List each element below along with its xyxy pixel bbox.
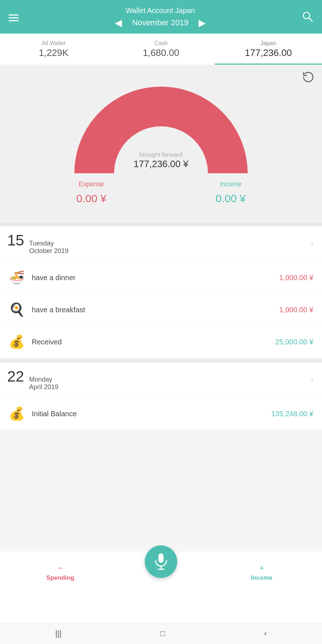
chart-area: brought forward 177,236.00 ¥ Expense 0.0…	[0, 65, 322, 223]
transaction-row[interactable]: 🍜 have a dinner 1,000.00 ¥	[0, 262, 322, 294]
initial-balance-amount: 135,248.00 ¥	[271, 410, 313, 418]
date-left-apr22: 22 Monday April 2019	[7, 369, 58, 391]
spending-icon: −	[58, 564, 63, 573]
voice-input-button[interactable]	[145, 545, 177, 578]
date-left-oct15: 15 Tuesday October 2019	[7, 233, 69, 255]
income-button[interactable]: + Income	[240, 564, 283, 582]
microphone-icon	[154, 553, 168, 571]
search-button[interactable]	[300, 9, 315, 26]
transaction-row[interactable]: 🍳 have a breakfast 1,000.00 ¥	[0, 294, 322, 326]
hamburger-line-2	[9, 17, 19, 18]
breakfast-amount: 1,000.00 ¥	[279, 306, 313, 314]
tab-japan-label: Japan	[218, 40, 319, 47]
date-info-apr22: Monday April 2019	[29, 376, 58, 391]
date-group-oct15: 15 Tuesday October 2019 › 🍜 have a dinne…	[0, 226, 322, 358]
hamburger-line-1	[9, 14, 19, 16]
tab-japan[interactable]: Japan 177,236.00	[215, 34, 322, 65]
expense-value: 0.00 ¥	[76, 192, 106, 205]
date-group-apr22: 22 Monday April 2019 › 💰 Initial Balance…	[0, 362, 322, 430]
initial-balance-name: Initial Balance	[32, 410, 271, 418]
spending-button[interactable]: − Spending	[39, 564, 82, 582]
brought-forward-label: brought forward	[134, 151, 188, 158]
chevron-right-apr22: ›	[311, 375, 313, 385]
tab-japan-value: 177,236.00	[218, 47, 319, 58]
wallet-title: Wallet Account Japan	[20, 6, 300, 15]
expense-income-summary: Expense 0.00 ¥ Income 0.00 ¥	[7, 173, 315, 212]
current-month: November 2019	[132, 18, 189, 27]
expense-summary: Expense 0.00 ¥	[76, 180, 106, 205]
date-info-oct15: Tuesday October 2019	[29, 240, 69, 255]
tab-all-wallet-label: All Wallet	[3, 40, 104, 47]
date-header-apr22[interactable]: 22 Monday April 2019 ›	[0, 362, 322, 398]
hamburger-line-3	[9, 20, 19, 21]
received-amount: 25,000.00 ¥	[275, 338, 313, 346]
android-back-button[interactable]: ‹	[264, 629, 267, 638]
date-weekday-oct15: Tuesday	[29, 240, 69, 247]
received-icon: 💰	[7, 332, 26, 351]
svg-line-1	[309, 18, 312, 21]
transactions-list: 15 Tuesday October 2019 › 🍜 have a dinne…	[0, 226, 322, 496]
income-nav-icon: +	[260, 564, 264, 573]
section-divider-1	[0, 223, 322, 226]
hamburger-button[interactable]	[7, 13, 20, 23]
app-header: Wallet Account Japan ◀ November 2019 ▶	[0, 0, 322, 34]
expense-label: Expense	[76, 180, 106, 188]
chevron-right-oct15: ›	[311, 239, 313, 249]
breakfast-name: have a breakfast	[32, 306, 279, 314]
svg-rect-2	[158, 553, 164, 563]
received-name: Received	[32, 338, 275, 346]
initial-balance-icon: 💰	[7, 404, 26, 423]
brought-forward-value: 177,236.00 ¥	[134, 158, 188, 170]
transaction-row[interactable]: 💰 Received 25,000.00 ¥	[0, 326, 322, 358]
section-divider-2	[0, 359, 322, 362]
date-header-oct15[interactable]: 15 Tuesday October 2019 ›	[0, 226, 322, 262]
tab-cash[interactable]: Cash 1,680.00	[107, 34, 214, 65]
bottom-nav-items: − Spending + Income	[0, 551, 322, 594]
income-value: 0.00 ¥	[216, 192, 245, 205]
date-day-15: 15	[7, 233, 24, 248]
android-home-button[interactable]: □	[160, 629, 165, 638]
prev-month-button[interactable]: ◀	[112, 16, 125, 29]
tab-all-wallet-value: 1,229K	[3, 47, 104, 58]
header-center: Wallet Account Japan ◀ November 2019 ▶	[20, 6, 300, 29]
chart-center: brought forward 177,236.00 ¥	[134, 151, 188, 170]
dinner-amount: 1,000.00 ¥	[279, 274, 313, 282]
month-nav-row: ◀ November 2019 ▶	[20, 16, 300, 29]
bottom-navigation: − Spending + Income ||| □ ‹	[0, 551, 322, 644]
donut-chart: brought forward 177,236.00 ¥	[7, 72, 315, 173]
date-weekday-apr22: Monday	[29, 376, 58, 383]
android-navbar: ||| □ ‹	[0, 623, 322, 644]
tab-cash-label: Cash	[110, 40, 212, 47]
dinner-icon: 🍜	[7, 268, 26, 287]
dinner-name: have a dinner	[32, 274, 279, 282]
date-day-22: 22	[7, 369, 24, 384]
date-month-oct15: October 2019	[29, 247, 69, 255]
transaction-row[interactable]: 💰 Initial Balance 135,248.00 ¥	[0, 398, 322, 430]
date-month-apr22: April 2019	[29, 383, 58, 391]
wallet-tabs: All Wallet 1,229K Cash 1,680.00 Japan 17…	[0, 34, 322, 65]
tab-all-wallet[interactable]: All Wallet 1,229K	[0, 34, 107, 65]
next-month-button[interactable]: ▶	[196, 16, 209, 29]
tab-cash-value: 1,680.00	[110, 47, 212, 58]
income-summary: Income 0.00 ¥	[216, 180, 245, 205]
income-nav-label: Income	[251, 574, 273, 582]
income-label: Income	[216, 180, 245, 188]
breakfast-icon: 🍳	[7, 300, 26, 319]
spending-label: Spending	[46, 574, 74, 582]
android-menu-button[interactable]: |||	[55, 629, 61, 638]
